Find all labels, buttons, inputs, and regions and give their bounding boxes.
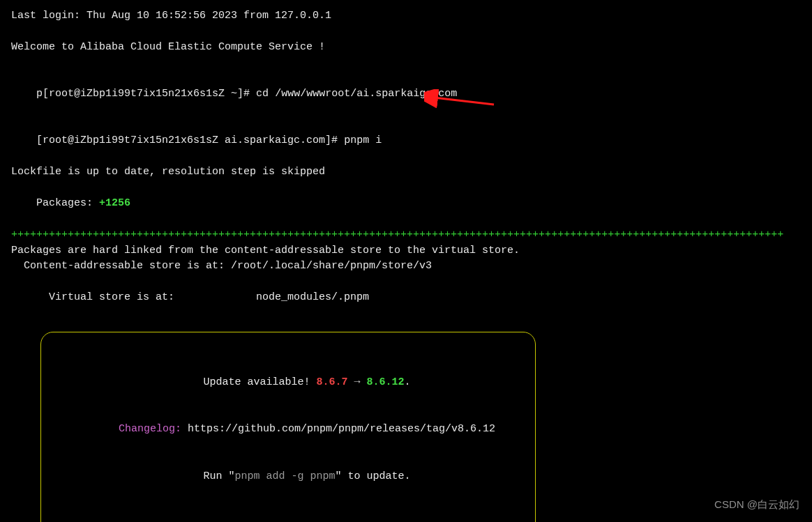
welcome-line: Welcome to Alibaba Cloud Elastic Compute…	[11, 40, 801, 56]
watermark: CSDN @白云如幻	[714, 497, 799, 513]
cd-path: /www/wwwroot/ai.sparkaigc.com	[275, 88, 457, 100]
changelog-line: Changelog: https://github.com/pnpm/pnpm/…	[55, 406, 521, 454]
update-available-line: Update available! 8.6.7 → 8.6.12.	[55, 359, 521, 406]
lockfile-line: Lockfile is up to date, resolution step …	[11, 164, 801, 181]
prompt-end: ]#	[325, 135, 344, 146]
packages-count: +1256	[99, 197, 130, 209]
update-box: Update available! 8.6.7 → 8.6.12. Change…	[40, 332, 536, 522]
follow-line: Follow @pnpmjs for updates: https://twit…	[55, 516, 521, 523]
hardlink-line: Packages are hard linked from the conten…	[11, 243, 801, 259]
changelog-url: https://github.com/pnpm/pnpm/releases/ta…	[188, 423, 495, 435]
prompt-line-1: p[root@iZbp1i99t7ix15n21x6s1sZ ~]# cd /w…	[11, 70, 801, 118]
packages-label: Packages:	[36, 197, 99, 209]
packages-line: Packages: +1256	[11, 181, 801, 228]
prompt-userhost: root@iZbp1i99t7ix15n21x6s1sZ	[43, 135, 218, 146]
pnpm-command: pnpm i	[344, 135, 382, 146]
virtual-store-label: Virtual store is at:	[36, 291, 256, 303]
virtual-store-line: Virtual store is at: node_modules/.pnpm	[11, 275, 801, 322]
run-update-line: Run "pnpm add -g pnpm" to update.	[55, 453, 521, 500]
prompt-end: ]#	[237, 88, 256, 100]
prompt-cwd: ~	[225, 88, 237, 100]
new-version: 8.6.12	[367, 376, 405, 388]
prompt-cwd: ai.sparkaigc.com	[218, 135, 325, 146]
prompt-bracket: p[	[36, 88, 49, 100]
last-login-line: Last login: Thu Aug 10 16:52:56 2023 fro…	[11, 8, 801, 24]
cas-store-line: Content-addressable store is at: /root/.…	[11, 259, 801, 275]
terminal-output[interactable]: Last login: Thu Aug 10 16:52:56 2023 fro…	[11, 8, 801, 522]
old-version: 8.6.7	[316, 376, 347, 388]
progress-bar: ++++++++++++++++++++++++++++++++++++++++…	[11, 227, 801, 243]
prompt-line-2: [root@iZbp1i99t7ix15n21x6s1sZ ai.sparkai…	[11, 118, 801, 165]
cd-command: cd	[256, 88, 275, 100]
update-command: pnpm add -g pnpm	[234, 470, 335, 482]
prompt-bracket: [	[36, 135, 43, 146]
arrow-icon: →	[348, 376, 367, 388]
prompt-userhost: root@iZbp1i99t7ix15n21x6s1sZ	[49, 88, 225, 100]
changelog-label: Changelog:	[119, 423, 188, 435]
update-label: Update available!	[203, 376, 316, 388]
virtual-store-path: node_modules/.pnpm	[256, 291, 369, 303]
